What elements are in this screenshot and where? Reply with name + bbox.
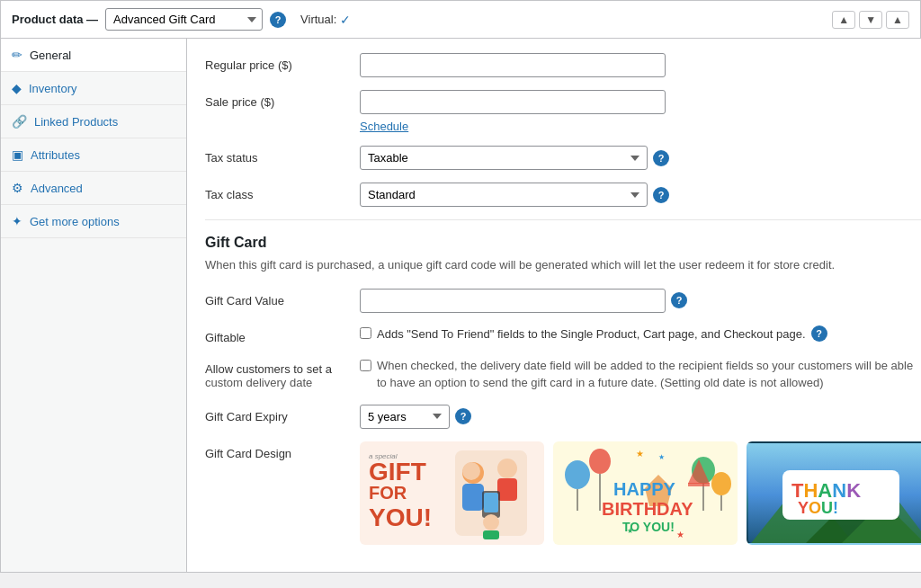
svg-text:YOU!: YOU! [798, 499, 838, 517]
card1-for-text: FOR [369, 483, 432, 503]
gift-card-desc: When this gift card is purchased, a uniq… [205, 256, 921, 274]
birthday-svg: ★ ★ ★ ★ HAPPY BIRTHDAY TO YOU! [555, 443, 738, 545]
inventory-icon: ◆ [12, 81, 22, 95]
gift-card-expiry-label: Gift Card Expiry [205, 405, 349, 423]
pencil-icon: ✏ [12, 48, 22, 62]
giftable-field: Adds "Send To Friend" fields to the Sing… [360, 325, 921, 343]
svg-rect-9 [483, 530, 499, 539]
sale-price-field: Schedule [360, 90, 921, 133]
allow-customers-row: Allow customers to set a custom delivery… [205, 357, 921, 392]
svg-point-4 [497, 459, 517, 478]
svg-text:★: ★ [658, 453, 665, 461]
product-data-label: Product data — [12, 13, 98, 26]
section-divider [205, 219, 921, 220]
collapse-button[interactable]: ▲ [886, 11, 909, 29]
arrow-up-button[interactable]: ▲ [832, 11, 855, 29]
sidebar-item-inventory[interactable]: ◆ Inventory [1, 72, 186, 105]
design-images: a special GIFT FOR YOU! [360, 441, 921, 545]
product-data-header: Product data — Advanced Gift Card Simple… [1, 1, 920, 39]
svg-point-8 [483, 514, 499, 530]
gear-icon: ⚙ [12, 181, 23, 195]
card1-you-text: YOU! [369, 503, 432, 532]
virtual-label: Virtual: ✓ [300, 13, 351, 27]
sidebar-item-label: General [30, 49, 71, 62]
gift-card-value-row: Gift Card Value ? [205, 289, 921, 313]
arrow-down-button[interactable]: ▼ [859, 11, 882, 29]
people-illustration [443, 448, 538, 539]
svg-text:HAPPY: HAPPY [613, 479, 676, 499]
product-type-select[interactable]: Advanced Gift Card Simple product Variab… [105, 8, 263, 31]
tax-status-select[interactable]: Taxable Shipping only None [360, 146, 648, 170]
sale-price-input[interactable] [360, 90, 666, 114]
svg-point-16 [711, 472, 731, 495]
svg-text:BIRTHDAY: BIRTHDAY [602, 499, 693, 519]
sidebar: ✏ General ◆ Inventory 🔗 Linked Products … [1, 39, 187, 572]
tax-class-row: Tax class Standard Reduced rate Zero rat… [205, 183, 921, 207]
sidebar-item-label: Inventory [29, 82, 76, 95]
gift-card-design-row: Gift Card Design a special GIFT FOR YOU! [205, 441, 921, 545]
tax-class-help-icon[interactable]: ? [653, 187, 669, 203]
svg-text:★: ★ [636, 449, 644, 459]
giftable-checkbox[interactable] [360, 327, 371, 339]
regular-price-row: Regular price ($) [205, 53, 921, 77]
regular-price-label: Regular price ($) [205, 53, 349, 72]
card1-gift-text: GIFT [369, 460, 432, 483]
giftable-help-icon[interactable]: ? [811, 325, 827, 342]
help-icon[interactable]: ? [270, 12, 286, 28]
sidebar-item-general[interactable]: ✏ General [1, 39, 186, 72]
schedule-link[interactable]: Schedule [360, 120, 408, 133]
sidebar-item-advanced[interactable]: ⚙ Advanced [1, 172, 186, 205]
sidebar-item-label: Attributes [31, 148, 80, 162]
gift-card-value-help-icon[interactable]: ? [671, 292, 687, 308]
svg-point-10 [565, 460, 590, 489]
expiry-help-icon[interactable]: ? [455, 408, 471, 424]
svg-point-12 [589, 449, 611, 474]
allow-customers-label: Allow customers to set a custom delivery… [205, 357, 349, 389]
tax-status-help-icon[interactable]: ? [653, 150, 669, 166]
sidebar-item-label: Linked Products [34, 115, 118, 129]
tax-status-row: Tax status Taxable Shipping only None ? [205, 146, 921, 170]
header-controls: ▲ ▼ ▲ [832, 11, 909, 29]
regular-price-input[interactable] [360, 53, 666, 77]
design-card-thank-you[interactable]: THANK YOU! [747, 441, 921, 545]
giftable-row: Giftable Adds "Send To Friend" fields to… [205, 325, 921, 344]
giftable-label: Giftable [205, 325, 349, 344]
tax-class-field: Standard Reduced rate Zero rate ? [360, 183, 921, 207]
attributes-icon: ▣ [12, 147, 23, 162]
virtual-text: Virtual: [300, 13, 336, 26]
allow-customers-desc: When checked, the delivery date field wi… [377, 357, 917, 392]
sidebar-item-attributes[interactable]: ▣ Attributes [1, 138, 186, 172]
giftable-desc: Adds "Send To Friend" fields to the Sing… [377, 325, 806, 343]
sale-price-row: Sale price ($) Schedule [205, 90, 921, 133]
tax-status-field: Taxable Shipping only None ? [360, 146, 921, 170]
svg-rect-19 [688, 483, 710, 486]
gift-card-value-field: ? [360, 289, 921, 313]
svg-text:TO YOU!: TO YOU! [622, 520, 675, 534]
sidebar-item-label: Advanced [31, 182, 83, 195]
gift-card-expiry-field: Never 1 year 2 years 3 years 4 years 5 y… [360, 405, 921, 429]
gift-card-value-input[interactable] [360, 289, 666, 313]
allow-customers-checkbox[interactable] [360, 360, 371, 371]
svg-rect-2 [462, 484, 484, 511]
sidebar-item-linked-products[interactable]: 🔗 Linked Products [1, 105, 186, 138]
gift-card-design-label: Gift Card Design [205, 441, 349, 460]
sale-price-label: Sale price ($) [205, 90, 349, 109]
tax-class-select[interactable]: Standard Reduced rate Zero rate [360, 183, 648, 207]
svg-rect-7 [484, 493, 498, 512]
design-card-gift-for-you[interactable]: a special GIFT FOR YOU! [360, 441, 544, 545]
allow-customers-text2: custom delivery date [205, 376, 349, 389]
tax-status-label: Tax status [205, 146, 349, 165]
svg-text:★: ★ [676, 530, 684, 539]
people-svg [446, 446, 536, 540]
link-icon: 🔗 [12, 114, 27, 129]
sidebar-item-get-more-options[interactable]: ✦ Get more options [1, 205, 186, 238]
allow-customers-text: Allow customers to set a [205, 362, 349, 376]
star-icon: ✦ [12, 214, 22, 228]
svg-rect-5 [497, 478, 517, 501]
expiry-select[interactable]: Never 1 year 2 years 3 years 4 years 5 y… [360, 405, 450, 429]
allow-customers-field: When checked, the delivery date field wi… [360, 357, 921, 392]
thankyou-svg: THANK YOU! [748, 443, 921, 545]
gift-card-title: Gift Card [205, 235, 921, 251]
svg-point-3 [462, 462, 480, 480]
design-card-happy-birthday[interactable]: ★ ★ ★ ★ HAPPY BIRTHDAY TO YOU! [553, 441, 738, 545]
